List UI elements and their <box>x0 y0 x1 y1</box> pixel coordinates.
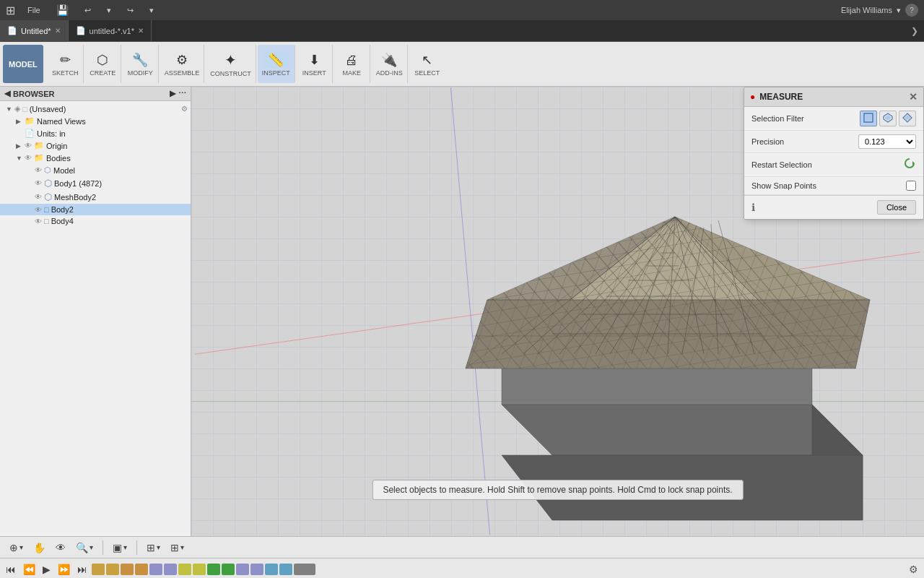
tree-arrow-named-views[interactable]: ▶ <box>16 118 23 125</box>
anim-prev-button[interactable]: ⏪ <box>20 562 38 577</box>
tree-item-bodies[interactable]: ▼ 👁 📁 Bodies <box>0 152 191 164</box>
measure-info-icon[interactable]: ℹ <box>751 202 755 213</box>
look-icon: 👁 <box>56 542 66 553</box>
pan-button[interactable]: ⊕ ▾ <box>6 540 27 555</box>
measure-precision-row: Precision 0.123 0.1 0.12 0.1234 <box>744 131 923 153</box>
svg-marker-15 <box>466 300 870 368</box>
user-name[interactable]: Elijah Williams <box>841 6 892 14</box>
browser-header: ◀ BROWSER ▶ ⋯ <box>0 87 191 101</box>
anim-block-2[interactable] <box>121 564 134 575</box>
filter-btn-2[interactable] <box>879 111 897 126</box>
anim-end-button[interactable]: ⏭ <box>74 562 90 577</box>
addins-button[interactable]: 🔌 <box>376 52 402 68</box>
tree-item-meshbody2[interactable]: ▶ 👁 ⬡ MeshBody2 <box>0 190 191 204</box>
tab-untitled[interactable]: 📄 Untitled* ✕ <box>0 20 69 42</box>
tree-eye-bodies[interactable]: 👁 <box>25 154 32 162</box>
insert-label: INSERT <box>302 69 326 77</box>
inspect-icon: 📏 <box>268 53 284 66</box>
anim-block-10[interactable] <box>236 564 249 575</box>
tree-eye-meshbody2[interactable]: 👁 <box>35 193 42 201</box>
sketch-button[interactable]: ✏ <box>52 52 78 68</box>
filter-btn-1[interactable] <box>860 111 877 126</box>
anim-block-11[interactable] <box>250 564 263 575</box>
anim-block-4[interactable] <box>149 564 162 575</box>
measure-panel-close-icon[interactable]: ✕ <box>909 91 918 103</box>
anim-block-8[interactable] <box>207 564 220 575</box>
tree-eye-body1[interactable]: 👁 <box>35 179 42 187</box>
anim-block-3[interactable] <box>135 564 148 575</box>
tree-arrow-bodies[interactable]: ▼ <box>16 155 23 162</box>
tree-label-origin: Origin <box>46 142 188 150</box>
undo-button[interactable]: ↩ <box>81 4 95 17</box>
select-button[interactable]: ↖ <box>414 52 440 68</box>
anim-block-1[interactable] <box>106 564 119 575</box>
zoom-button[interactable]: 🔍 ▾ <box>72 540 97 555</box>
modify-button[interactable]: 🔧 <box>127 52 153 68</box>
user-dropdown-icon[interactable]: ▾ <box>897 6 901 15</box>
anim-play-button[interactable]: ▶ <box>40 562 53 577</box>
redo-button[interactable]: ↪ <box>123 4 137 17</box>
anim-block-0[interactable] <box>92 564 105 575</box>
construct-button[interactable]: ✦ <box>218 51 244 69</box>
snap-button[interactable]: ⊞ ▾ <box>167 540 188 555</box>
viewport[interactable]: Select objects to measure. Hold Shift to… <box>191 87 924 536</box>
anim-block-13[interactable] <box>279 564 292 575</box>
tree-eye-body2[interactable]: 👁 <box>35 206 42 214</box>
anim-next-button[interactable]: ⏩ <box>55 562 73 577</box>
measure-close-button[interactable]: Close <box>877 200 916 215</box>
show-snap-points-checkbox[interactable] <box>906 181 916 191</box>
filter-btn-3[interactable] <box>899 111 916 126</box>
animation-settings-button[interactable]: ⚙ <box>906 562 921 577</box>
make-button[interactable]: 🖨 <box>339 52 365 68</box>
browser-options-icon[interactable]: ⋯ <box>178 89 186 98</box>
look-button[interactable]: 👁 <box>52 540 69 555</box>
tree-arrow-origin[interactable]: ▶ <box>16 142 23 150</box>
tree-eye-origin[interactable]: 👁 <box>25 142 32 150</box>
grid-button[interactable]: ⊞ ▾ <box>143 540 164 555</box>
assemble-button[interactable]: ⚙ <box>169 52 195 68</box>
show-snap-points-label: Show Snap Points <box>751 181 906 190</box>
save-button[interactable]: 💾 <box>53 3 72 17</box>
tree-eye-model[interactable]: 👁 <box>35 166 42 174</box>
inspect-button[interactable]: 📏 <box>263 52 289 68</box>
tree-item-model[interactable]: ▶ 👁 ⬡ Model <box>0 164 191 176</box>
anim-block-5[interactable] <box>164 564 177 575</box>
redo-dropdown[interactable]: ▾ <box>146 4 157 17</box>
tree-item-body4[interactable]: ▶ 👁 □ Body4 <box>0 215 191 227</box>
tree-arrow-root[interactable]: ▼ <box>6 105 13 113</box>
tab-untitled-v1[interactable]: 📄 untitled-*.v1* ✕ <box>69 20 152 42</box>
anim-block-6[interactable] <box>178 564 191 575</box>
orbit-button[interactable]: ✋ <box>30 540 49 555</box>
restart-selection-button[interactable] <box>903 157 916 173</box>
menu-icon[interactable]: ⊞ <box>6 4 15 17</box>
tree-settings-icon[interactable]: ⚙ <box>181 105 188 113</box>
animation-timeline[interactable] <box>92 564 905 575</box>
tab-close-button[interactable]: ✕ <box>55 27 61 35</box>
tree-item-body1[interactable]: ▶ 👁 ⬡ Body1 (4872) <box>0 176 191 190</box>
insert-button[interactable]: ⬇ <box>301 52 327 68</box>
tab-overflow-arrow[interactable]: ❯ <box>911 26 924 36</box>
model-button[interactable]: MODEL <box>3 45 43 83</box>
display-icon: ▣ <box>113 542 122 553</box>
tree-item-body2[interactable]: ▶ 👁 □ Body2 <box>0 204 191 215</box>
anim-block-7[interactable] <box>193 564 206 575</box>
tree-item-units[interactable]: ▶ 📄 Units: in <box>0 127 191 139</box>
precision-select[interactable]: 0.123 0.1 0.12 0.1234 <box>858 134 916 149</box>
tree-eye-body4[interactable]: 👁 <box>35 217 42 225</box>
tree-item-named-views[interactable]: ▶ 📁 Named Views <box>0 115 191 127</box>
tab-v1-close-button[interactable]: ✕ <box>138 27 144 35</box>
browser-collapse-icon[interactable]: ◀ <box>4 89 10 98</box>
anim-start-button[interactable]: ⏮ <box>3 562 19 577</box>
anim-block-14[interactable] <box>294 564 315 575</box>
display-button[interactable]: ▣ ▾ <box>109 540 131 555</box>
anim-block-12[interactable] <box>265 564 278 575</box>
undo-dropdown[interactable]: ▾ <box>103 4 115 17</box>
create-button[interactable]: ⬡ <box>90 52 116 68</box>
file-menu-button[interactable]: File <box>24 4 44 16</box>
tree-item-root[interactable]: ▼ ◈ □ (Unsaved) ⚙ <box>0 103 191 115</box>
anim-block-9[interactable] <box>222 564 235 575</box>
assemble-label: ASSEMBLE <box>165 69 200 77</box>
browser-expand-icon[interactable]: ▶ <box>170 89 175 98</box>
help-icon[interactable]: ? <box>905 4 918 17</box>
tree-item-origin[interactable]: ▶ 👁 📁 Origin <box>0 139 191 152</box>
